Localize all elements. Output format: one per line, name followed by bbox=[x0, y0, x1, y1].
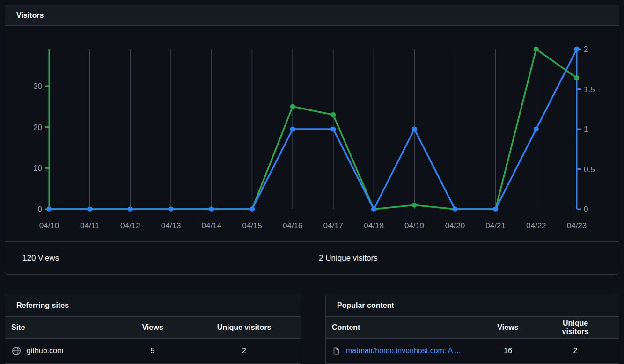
site-column-header: Site bbox=[5, 317, 106, 338]
visitors-panel: Visitors 010203000.511.5204/1004/1104/12… bbox=[5, 5, 619, 275]
unique-visitors-total: 2 Unique visitors bbox=[319, 254, 378, 263]
table-row: matmair/home.invenhost.com: A ... 16 2 bbox=[326, 338, 619, 363]
site-name: github.com bbox=[27, 347, 63, 355]
table-header-row: Content Views Unique visitors bbox=[326, 317, 619, 338]
unique-visitors-column-header: Unique visitors bbox=[199, 317, 301, 338]
referring-sites-panel: Referring sites Site Views Unique visito… bbox=[5, 294, 301, 364]
svg-text:2: 2 bbox=[584, 45, 588, 54]
visitors-panel-header: Visitors bbox=[5, 5, 619, 26]
svg-text:1: 1 bbox=[584, 125, 588, 134]
svg-text:04/17: 04/17 bbox=[323, 221, 344, 230]
views-total: 120 Views bbox=[22, 254, 59, 263]
svg-text:1.5: 1.5 bbox=[584, 85, 595, 94]
svg-text:10: 10 bbox=[33, 164, 42, 173]
svg-text:0: 0 bbox=[38, 205, 42, 214]
svg-text:04/19: 04/19 bbox=[404, 221, 425, 230]
svg-text:04/20: 04/20 bbox=[445, 221, 465, 230]
site-views: 5 bbox=[106, 338, 199, 363]
svg-text:0: 0 bbox=[584, 205, 588, 214]
svg-text:04/11: 04/11 bbox=[80, 221, 99, 230]
content-column-header: Content bbox=[326, 317, 462, 338]
svg-text:04/23: 04/23 bbox=[567, 221, 587, 230]
svg-text:0.5: 0.5 bbox=[584, 165, 595, 174]
table-header-row: Site Views Unique visitors bbox=[5, 317, 301, 338]
svg-text:04/15: 04/15 bbox=[242, 221, 262, 230]
globe-icon bbox=[12, 346, 21, 356]
svg-text:20: 20 bbox=[33, 123, 42, 132]
referring-sites-title: Referring sites bbox=[5, 294, 301, 317]
svg-text:04/16: 04/16 bbox=[283, 221, 303, 230]
svg-text:04/10: 04/10 bbox=[39, 221, 59, 230]
popular-content-table: Content Views Unique visitors matmair/ho… bbox=[326, 317, 619, 364]
chart-footer: 120 Views 2 Unique visitors bbox=[5, 241, 619, 274]
traffic-tables-row: Referring sites Site Views Unique visito… bbox=[5, 294, 619, 364]
content-link[interactable]: matmair/home.invenhost.com: A ... bbox=[346, 347, 461, 355]
svg-text:04/14: 04/14 bbox=[201, 221, 221, 230]
svg-text:30: 30 bbox=[33, 82, 42, 91]
svg-text:04/18: 04/18 bbox=[364, 221, 384, 230]
svg-text:04/21: 04/21 bbox=[485, 221, 506, 230]
referring-sites-table: Site Views Unique visitors gi bbox=[5, 317, 301, 364]
visitors-title: Visitors bbox=[16, 11, 44, 20]
svg-text:04/13: 04/13 bbox=[161, 221, 181, 230]
views-column-header: Views bbox=[462, 317, 554, 338]
table-row: github.com 5 2 bbox=[5, 338, 301, 363]
file-icon bbox=[332, 346, 340, 356]
views-column-header: Views bbox=[106, 317, 199, 338]
unique-visitors-column-header: Unique visitors bbox=[554, 317, 619, 338]
content-unique-visitors: 2 bbox=[554, 338, 619, 363]
visitors-chart-area: 010203000.511.5204/1004/1104/1204/1304/1… bbox=[5, 26, 619, 241]
popular-content-title: Popular content bbox=[326, 294, 619, 317]
svg-text:04/22: 04/22 bbox=[526, 221, 546, 230]
content-views: 16 bbox=[462, 338, 554, 363]
popular-content-panel: Popular content Content Views Unique vis… bbox=[325, 294, 619, 364]
site-unique-visitors: 2 bbox=[199, 338, 301, 363]
visitors-chart[interactable]: 010203000.511.5204/1004/1104/1204/1304/1… bbox=[5, 26, 619, 241]
svg-text:04/12: 04/12 bbox=[120, 221, 140, 230]
